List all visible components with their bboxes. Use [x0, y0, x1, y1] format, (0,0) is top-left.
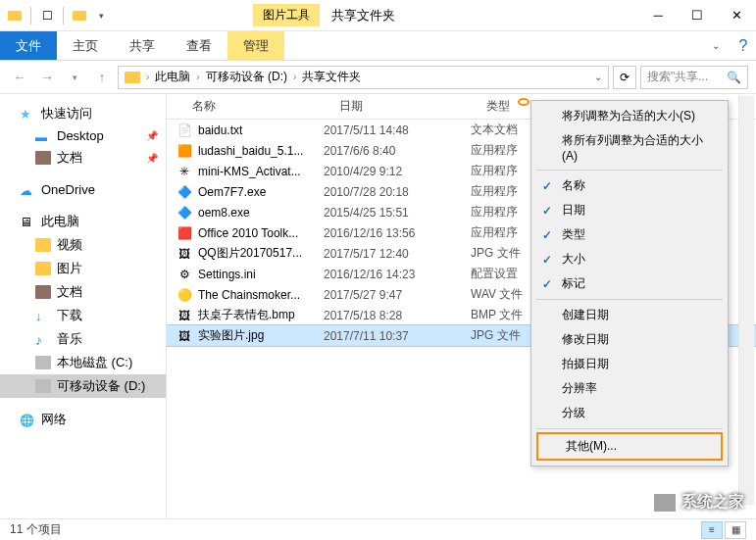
- file-name: mini-KMS_Activat...: [198, 165, 324, 178]
- file-icon: 📄: [176, 123, 192, 138]
- breadcrumb-seg[interactable]: 共享文件夹: [298, 69, 365, 85]
- sidebar-item-diskc[interactable]: 本地磁盘 (C:): [0, 351, 166, 374]
- menu-col-taken[interactable]: 拍摄日期: [534, 352, 725, 376]
- sidebar-item-label: 视频: [57, 236, 82, 254]
- desktop-icon: [35, 129, 51, 143]
- file-date: 2015/4/25 15:51: [324, 206, 471, 220]
- menu-col-date[interactable]: 日期: [534, 198, 725, 222]
- menu-fit-all[interactable]: 将所有列调整为合适的大小(A): [534, 128, 725, 167]
- file-icon: 🟥: [176, 225, 192, 241]
- vertical-scrollbar[interactable]: [738, 96, 754, 505]
- file-icon: ⚙: [176, 267, 192, 282]
- help-icon[interactable]: ?: [731, 31, 756, 60]
- sidebar-item-pictures[interactable]: 图片: [0, 257, 166, 280]
- file-date: 2017/5/11 14:48: [324, 123, 471, 137]
- file-name: Oem7F7.exe: [198, 185, 324, 199]
- window-titlebar: ☐ ▾ 图片工具 共享文件夹 ─ ☐ ✕: [0, 0, 756, 31]
- search-input[interactable]: 搜索"共享... 🔍: [640, 66, 748, 89]
- tab-share[interactable]: 共享: [114, 31, 171, 60]
- file-icon: ✳: [176, 164, 192, 179]
- chevron-right-icon[interactable]: ›: [293, 72, 296, 82]
- highlight-marker: [518, 98, 529, 106]
- file-icon: 🖼: [176, 308, 192, 323]
- customize-qa-icon[interactable]: ▾: [92, 7, 110, 25]
- sidebar-item-thispc[interactable]: 此电脑: [0, 210, 166, 233]
- sidebar-item-label: OneDrive: [41, 182, 95, 197]
- sidebar-item-desktop[interactable]: Desktop📌: [0, 125, 166, 146]
- file-name: baidu.txt: [198, 123, 324, 137]
- menu-col-resolution[interactable]: 分辨率: [534, 376, 725, 401]
- refresh-button[interactable]: ⟳: [613, 66, 636, 89]
- new-folder-icon[interactable]: [71, 7, 88, 25]
- sidebar-item-music[interactable]: 音乐: [0, 327, 166, 351]
- tab-file[interactable]: 文件: [0, 31, 57, 60]
- pc-icon: [20, 215, 35, 228]
- tab-view[interactable]: 查看: [171, 31, 227, 60]
- contextual-tab[interactable]: 图片工具: [253, 4, 320, 26]
- file-name: Office 2010 Toolk...: [198, 226, 324, 240]
- view-details-button[interactable]: ≡: [701, 521, 723, 539]
- close-button[interactable]: ✕: [717, 1, 756, 30]
- address-bar-row: ← → ▾ ↑ › 此电脑 › 可移动设备 (D:) › 共享文件夹 ⌄ ⟳ 搜…: [0, 61, 756, 94]
- search-icon: 🔍: [727, 71, 741, 84]
- sidebar-item-network[interactable]: 网络: [0, 408, 166, 431]
- sidebar-item-label: 快速访问: [41, 105, 92, 123]
- nav-up-button[interactable]: ↑: [90, 66, 114, 89]
- folder-icon[interactable]: [6, 7, 24, 25]
- file-date: 2017/7/11 10:37: [324, 329, 471, 343]
- sidebar-item-label: 可移动设备 (D:): [57, 377, 145, 395]
- folder-icon: [35, 238, 51, 252]
- file-date: 2016/12/16 13:56: [324, 226, 471, 240]
- column-name[interactable]: 名称: [182, 98, 329, 115]
- expand-ribbon-icon[interactable]: ⌄: [701, 31, 731, 60]
- sidebar-item-label: Desktop: [57, 128, 104, 143]
- file-date: 2017/5/17 12:40: [324, 247, 471, 261]
- menu-fit-column[interactable]: 将列调整为合适的大小(S): [534, 104, 725, 128]
- menu-other[interactable]: 其他(M)...: [536, 432, 723, 461]
- nav-recent-icon[interactable]: ▾: [63, 66, 86, 89]
- sidebar-item-documents[interactable]: 文档: [0, 280, 166, 304]
- menu-col-tags[interactable]: 标记: [534, 271, 725, 296]
- menu-col-modified[interactable]: 修改日期: [534, 327, 725, 352]
- sidebar-item-label: 下载: [57, 307, 82, 324]
- search-placeholder: 搜索"共享...: [647, 69, 708, 85]
- chevron-right-icon[interactable]: ›: [146, 72, 149, 82]
- file-name: oem8.exe: [198, 206, 324, 220]
- maximize-button[interactable]: ☐: [678, 1, 717, 30]
- network-icon: [20, 413, 35, 426]
- menu-col-rating[interactable]: 分级: [534, 401, 725, 425]
- column-date[interactable]: 日期: [329, 98, 477, 115]
- menu-col-size[interactable]: 大小: [534, 247, 725, 271]
- breadcrumb-seg[interactable]: 可移动设备 (D:): [202, 69, 291, 85]
- minimize-button[interactable]: ─: [638, 1, 678, 30]
- chevron-right-icon[interactable]: ›: [196, 72, 199, 82]
- file-date: 2017/5/27 9:47: [324, 288, 471, 302]
- address-dropdown-icon[interactable]: ⌄: [594, 72, 602, 82]
- file-date: 2017/6/6 8:40: [324, 144, 471, 158]
- file-date: 2010/4/29 9:12: [324, 165, 471, 178]
- sidebar-item-onedrive[interactable]: OneDrive: [0, 179, 166, 200]
- window-title: 共享文件夹: [331, 7, 395, 25]
- sidebar-item-label: 此电脑: [41, 213, 79, 230]
- sidebar-item-diskd[interactable]: 可移动设备 (D:): [0, 374, 166, 398]
- nav-back-button[interactable]: ←: [8, 66, 31, 89]
- view-icons-button[interactable]: ▦: [725, 521, 746, 539]
- properties-icon[interactable]: ☐: [38, 7, 56, 25]
- sidebar-item-documents[interactable]: 文档📌: [0, 146, 166, 170]
- documents-icon: [35, 285, 51, 299]
- menu-col-name[interactable]: 名称: [534, 173, 725, 198]
- folder-icon: [125, 72, 140, 83]
- menu-col-type[interactable]: 类型: [534, 222, 725, 247]
- breadcrumb[interactable]: › 此电脑 › 可移动设备 (D:) › 共享文件夹 ⌄: [118, 66, 609, 89]
- tab-manage[interactable]: 管理: [227, 31, 284, 60]
- sidebar-item-quickaccess[interactable]: 快速访问: [0, 102, 166, 125]
- tab-home[interactable]: 主页: [57, 31, 114, 60]
- nav-forward-button[interactable]: →: [35, 66, 59, 89]
- sidebar-item-downloads[interactable]: 下载: [0, 304, 166, 327]
- download-icon: [35, 309, 51, 322]
- ribbon-tabs: 文件 主页 共享 查看 管理 ⌄ ?: [0, 31, 756, 61]
- watermark: 系统之家: [654, 492, 744, 513]
- sidebar-item-videos[interactable]: 视频: [0, 233, 166, 257]
- breadcrumb-seg[interactable]: 此电脑: [151, 69, 194, 85]
- menu-col-created[interactable]: 创建日期: [534, 303, 725, 327]
